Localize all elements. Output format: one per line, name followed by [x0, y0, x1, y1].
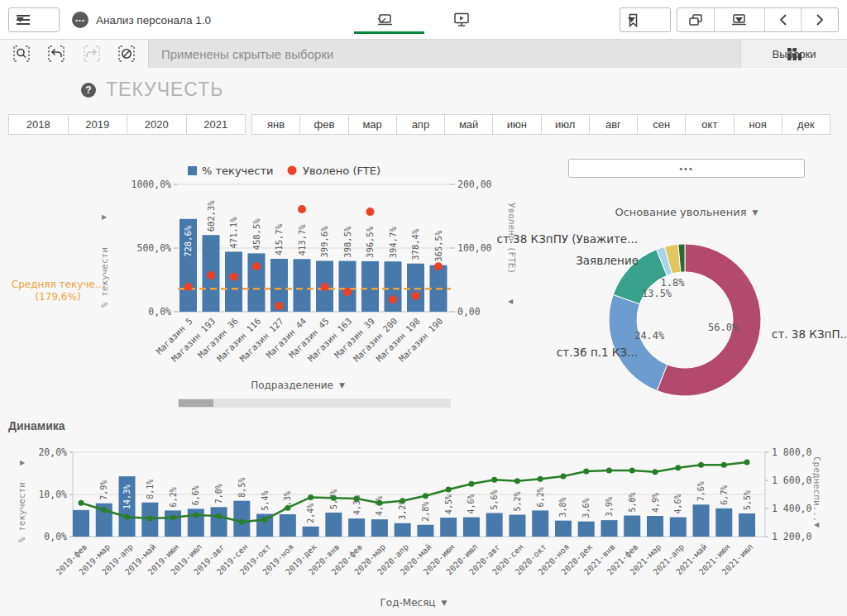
month-filter-апр[interactable]: апр — [397, 114, 445, 135]
duplicate-sheet-button[interactable] — [677, 8, 714, 31]
line-point-2019-фев[interactable] — [79, 500, 84, 506]
chart-scrollbar[interactable] — [178, 399, 451, 408]
storytelling-button[interactable] — [447, 7, 476, 32]
line-point-2019-июн[interactable] — [170, 515, 176, 521]
dimension-selector-reason[interactable]: Основание увольнения▼ — [579, 206, 794, 218]
year-filter-2021[interactable]: 2021 — [187, 114, 246, 135]
line-point-2019-ноя[interactable] — [285, 505, 290, 511]
bar-2019-фев[interactable] — [73, 510, 89, 537]
bar-2021-янв[interactable] — [601, 520, 617, 537]
line-point-2021-май[interactable] — [698, 462, 704, 468]
bar-2020-апр[interactable] — [395, 523, 411, 537]
line-point-2019-сен[interactable] — [239, 519, 245, 525]
bar-2020-июн[interactable] — [440, 518, 457, 537]
year-filter-2018[interactable]: 2018 — [8, 114, 69, 135]
bar-Магазин 116[interactable] — [248, 253, 266, 312]
month-filter-мар[interactable]: мар — [349, 114, 397, 135]
line-point-2020-фев[interactable] — [354, 496, 360, 502]
selection-redo-button[interactable] — [78, 41, 106, 66]
bar-2021-мар[interactable] — [647, 516, 663, 537]
line-point-2020-дек[interactable] — [583, 468, 589, 474]
bar-2020-ноя[interactable] — [555, 521, 572, 537]
month-filter-июл[interactable]: июл — [542, 114, 590, 135]
bar-2020-июл[interactable] — [463, 518, 480, 537]
line-point-2021-июн[interactable] — [721, 462, 727, 468]
bar-2020-окт[interactable] — [532, 510, 548, 537]
point-Магазин 127[interactable] — [275, 302, 284, 310]
dimension-selector-department[interactable]: Подразделение▼ — [215, 380, 380, 391]
bar-2019-ноя[interactable] — [280, 514, 296, 537]
month-filter-ноя[interactable]: ноя — [735, 114, 782, 135]
line-point-2019-окт[interactable] — [262, 517, 268, 523]
bar-Магазин 198[interactable] — [407, 264, 424, 312]
bar-Магазин 44[interactable] — [294, 259, 311, 312]
line-point-2020-окт[interactable] — [538, 476, 543, 482]
point-Магазин 44[interactable] — [298, 205, 306, 213]
bar-2019-июн[interactable] — [165, 510, 181, 537]
dimension-selector-year-month[interactable]: Год-Месяц▼ — [331, 597, 496, 609]
bar-2020-фев[interactable] — [348, 518, 365, 537]
bar-2021-июл[interactable] — [739, 513, 755, 537]
point-Магазин 193[interactable] — [207, 271, 215, 279]
bar-Магазин 36[interactable] — [225, 251, 242, 312]
year-filter-2020[interactable]: 2020 — [127, 114, 187, 135]
month-filter-сен[interactable]: сен — [638, 114, 686, 135]
line-point-2021-фев[interactable] — [629, 468, 635, 474]
bar-2020-дек[interactable] — [578, 522, 595, 537]
point-Магазин 36[interactable] — [230, 273, 238, 281]
line-point-2019-авг[interactable] — [216, 513, 222, 519]
month-filter-май[interactable]: май — [445, 114, 493, 135]
line-point-2020-мар[interactable] — [376, 500, 382, 506]
bar-Магазин 200[interactable] — [385, 261, 402, 312]
line-point-2020-май[interactable] — [423, 493, 428, 499]
line-point-2019-июл[interactable] — [193, 512, 199, 518]
bar-2021-июн[interactable] — [715, 509, 732, 537]
bar-2021-май[interactable] — [693, 504, 710, 537]
point-Магазин 200[interactable] — [389, 295, 397, 303]
month-filter-дек[interactable]: дек — [782, 114, 830, 135]
bar-2021-апр[interactable] — [670, 518, 687, 537]
month-filter-июн[interactable]: июн — [493, 114, 541, 135]
point-Магазин 198[interactable] — [412, 292, 420, 300]
line-point-2020-янв[interactable] — [331, 495, 337, 501]
point-Магазин 190[interactable] — [434, 262, 443, 270]
bar-2019-авг[interactable] — [211, 507, 227, 537]
bookmark-button[interactable] — [620, 7, 671, 32]
line-point-2020-сен[interactable] — [514, 478, 520, 484]
bar-2020-май[interactable] — [417, 525, 433, 537]
bar-2019-дек[interactable] — [303, 527, 319, 537]
line-point-2021-янв[interactable] — [606, 468, 612, 474]
bar-2020-авг[interactable] — [486, 513, 503, 537]
line-point-2021-июл[interactable] — [744, 459, 750, 465]
month-filter-окт[interactable]: окт — [686, 114, 734, 135]
bar-Магазин 39[interactable] — [361, 261, 379, 312]
next-sheet-button[interactable] — [801, 8, 838, 31]
month-filter-янв[interactable]: янв — [251, 114, 300, 135]
line-point-2019-апр[interactable] — [124, 514, 130, 520]
selection-clear-button[interactable] — [112, 41, 141, 66]
line-point-2021-апр[interactable] — [675, 465, 681, 470]
line-point-2019-май[interactable] — [147, 515, 153, 521]
global-menu-button[interactable] — [8, 7, 60, 32]
help-icon[interactable]: ? — [81, 83, 96, 98]
point-Магазин 45[interactable] — [321, 283, 329, 291]
sheet-list-button[interactable] — [714, 8, 764, 31]
line-point-2020-июл[interactable] — [468, 481, 474, 487]
selection-undo-button[interactable] — [42, 41, 70, 66]
selection-search-button[interactable] — [7, 41, 36, 66]
point-Магазин 163[interactable] — [343, 288, 352, 296]
bar-Магазин 163[interactable] — [339, 261, 357, 312]
bar-2020-мар[interactable] — [371, 519, 388, 537]
bar-2020-янв[interactable] — [325, 513, 342, 537]
selections-tool-button[interactable]: Выборки — [740, 40, 847, 68]
prev-sheet-button[interactable] — [764, 8, 802, 31]
line-point-2019-дек[interactable] — [308, 494, 313, 500]
bar-2021-фев[interactable] — [624, 516, 640, 537]
month-filter-авг[interactable]: авг — [590, 114, 638, 135]
sheet-selector-button[interactable] — [374, 7, 424, 32]
year-filter-2019[interactable]: 2019 — [69, 114, 128, 135]
line-point-2019-мар[interactable] — [101, 507, 107, 513]
point-Магазин 39[interactable] — [366, 208, 375, 216]
line-point-2020-июн[interactable] — [446, 487, 452, 493]
line-point-2020-ноя[interactable] — [560, 473, 566, 479]
